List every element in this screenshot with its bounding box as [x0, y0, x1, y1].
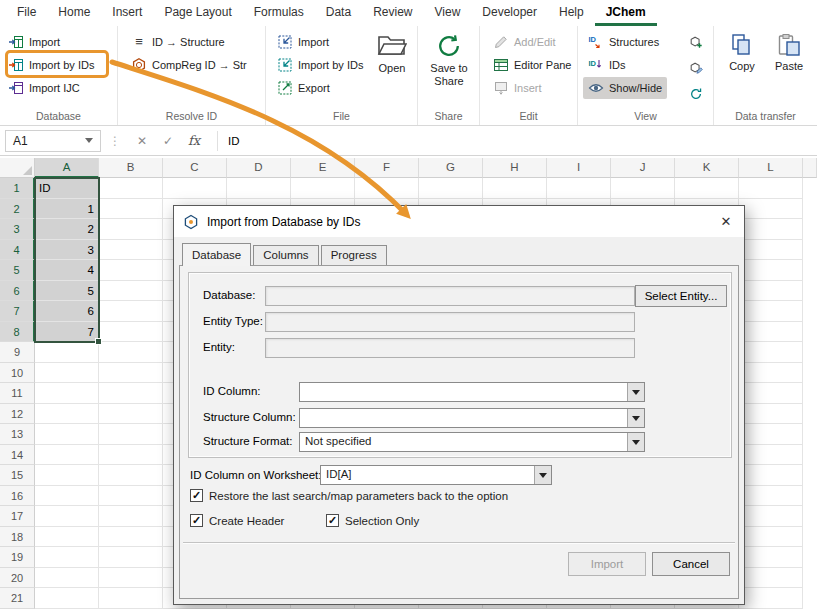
create-header-checkbox-box[interactable]: ✓ [190, 514, 203, 527]
column-header-G[interactable]: G [419, 158, 483, 178]
selection-only-checkbox-box[interactable]: ✓ [326, 514, 339, 527]
cell-A1[interactable]: ID [35, 178, 99, 199]
insert-button[interactable]: Insert [488, 77, 547, 99]
tab-insert[interactable]: Insert [101, 0, 153, 26]
row-header-18[interactable]: 18 [0, 527, 35, 548]
cell-L8[interactable] [739, 322, 803, 343]
view-ids-button[interactable]: ID IDs [583, 54, 631, 76]
row-header-14[interactable]: 14 [0, 445, 35, 466]
show-hide-button[interactable]: Show/Hide [583, 77, 667, 99]
insert-function-button[interactable]: fx [181, 130, 207, 152]
cell-B4[interactable] [99, 240, 163, 261]
cell-L2[interactable] [739, 199, 803, 220]
cell-L20[interactable] [739, 568, 803, 589]
structure-format-dropdown[interactable]: Not specified [299, 432, 645, 452]
selection-only-checkbox[interactable]: ✓ Selection Only [326, 514, 419, 527]
file-import-button[interactable]: Import [272, 31, 334, 53]
row-header-12[interactable]: 12 [0, 404, 35, 425]
cell-L14[interactable] [739, 445, 803, 466]
row-header-20[interactable]: 20 [0, 568, 35, 589]
cell-A20[interactable] [35, 568, 99, 589]
cell-B7[interactable] [99, 301, 163, 322]
refresh-tool-button[interactable] [686, 84, 706, 104]
cell-B2[interactable] [99, 199, 163, 220]
cell-B16[interactable] [99, 486, 163, 507]
cell-L9[interactable] [739, 342, 803, 363]
worksheet-dropdown-arrow-icon[interactable] [534, 466, 551, 484]
dialog-close-button[interactable]: ✕ [711, 209, 741, 234]
cell-B1[interactable] [99, 178, 163, 199]
cell-A2[interactable]: 1 [35, 199, 99, 220]
cell-B3[interactable] [99, 219, 163, 240]
cell-B18[interactable] [99, 527, 163, 548]
formula-cancel-button[interactable]: ✕ [129, 130, 155, 152]
tab-help[interactable]: Help [548, 0, 595, 26]
cell-L15[interactable] [739, 465, 803, 486]
cell-A11[interactable] [35, 383, 99, 404]
column-header-B[interactable]: B [99, 158, 163, 178]
row-header-8[interactable]: 8 [0, 322, 35, 343]
cell-A6[interactable]: 5 [35, 281, 99, 302]
cell-L18[interactable] [739, 527, 803, 548]
tab-view[interactable]: View [424, 0, 472, 26]
cell-D1[interactable] [227, 178, 291, 199]
tab-review[interactable]: Review [362, 0, 423, 26]
row-header-10[interactable]: 10 [0, 363, 35, 384]
paste-button[interactable]: Paste [766, 29, 812, 105]
cell-L13[interactable] [739, 424, 803, 445]
cell-L5[interactable] [739, 260, 803, 281]
cell-B17[interactable] [99, 506, 163, 527]
cell-A12[interactable] [35, 404, 99, 425]
cell-G1[interactable] [419, 178, 483, 199]
cell-I1[interactable] [547, 178, 611, 199]
cell-L6[interactable] [739, 281, 803, 302]
save-to-share-button[interactable]: Save to Share [421, 29, 477, 105]
tab-home[interactable]: Home [47, 0, 101, 26]
cell-L16[interactable] [739, 486, 803, 507]
import-dialog-button[interactable]: Import [568, 552, 646, 576]
compreg-id-button[interactable]: CompReg ID → Str [126, 54, 252, 76]
column-header-K[interactable]: K [675, 158, 739, 178]
cell-A4[interactable]: 3 [35, 240, 99, 261]
cell-A14[interactable] [35, 445, 99, 466]
row-header-21[interactable]: 21 [0, 588, 35, 609]
column-header-J[interactable]: J [611, 158, 675, 178]
cell-L21[interactable] [739, 588, 803, 609]
formula-content[interactable]: ID [228, 135, 240, 147]
cell-L17[interactable] [739, 506, 803, 527]
cell-A13[interactable] [35, 424, 99, 445]
cell-L1[interactable] [739, 178, 803, 199]
name-box-dropdown-icon[interactable] [85, 138, 93, 143]
cell-A18[interactable] [35, 527, 99, 548]
tab-file[interactable]: File [6, 0, 47, 26]
dialog-title-bar[interactable]: Import from Database by IDs [174, 206, 744, 237]
dialog-tab-database[interactable]: Database [182, 243, 251, 266]
cell-B15[interactable] [99, 465, 163, 486]
cell-L19[interactable] [739, 547, 803, 568]
editor-pane-button[interactable]: Editor Pane [488, 54, 576, 76]
cell-J1[interactable] [611, 178, 675, 199]
row-header-1[interactable]: 1 [0, 178, 35, 199]
restore-parameters-checkbox[interactable]: ✓ Restore the last search/map parameters… [190, 489, 508, 502]
cell-L10[interactable] [739, 363, 803, 384]
cell-A8[interactable]: 7 [35, 322, 99, 343]
column-header-E[interactable]: E [291, 158, 355, 178]
cell-L3[interactable] [739, 219, 803, 240]
cell-C1[interactable] [163, 178, 227, 199]
select-entity-button[interactable]: Select Entity... [635, 285, 727, 307]
column-header-H[interactable]: H [483, 158, 547, 178]
cell-B9[interactable] [99, 342, 163, 363]
cell-A17[interactable] [35, 506, 99, 527]
cell-L7[interactable] [739, 301, 803, 322]
column-header-I[interactable]: I [547, 158, 611, 178]
add-edit-button[interactable]: Add/Edit [488, 31, 561, 53]
open-button[interactable]: Open [370, 29, 414, 105]
cell-B5[interactable] [99, 260, 163, 281]
column-header-C[interactable]: C [163, 158, 227, 178]
name-box[interactable]: A1 [5, 130, 101, 152]
cell-B12[interactable] [99, 404, 163, 425]
cell-F1[interactable] [355, 178, 419, 199]
cancel-dialog-button[interactable]: Cancel [652, 552, 730, 576]
row-header-9[interactable]: 9 [0, 342, 35, 363]
cell-B8[interactable] [99, 322, 163, 343]
